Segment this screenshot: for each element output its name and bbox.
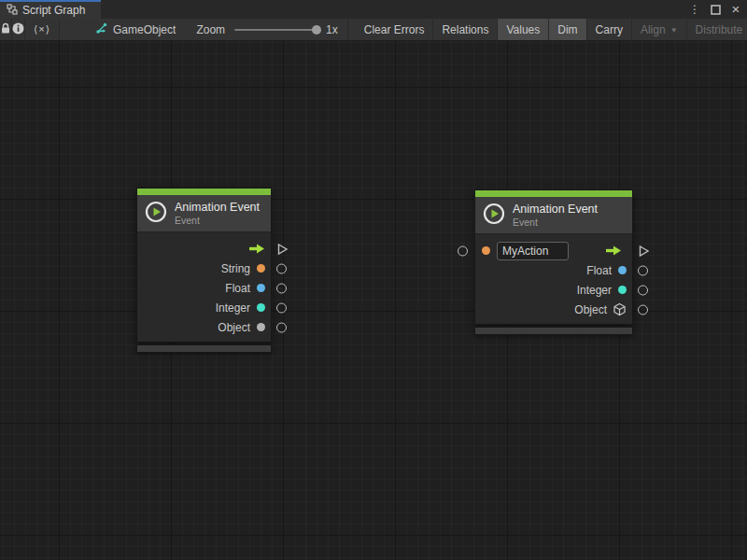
port-label: String — [221, 262, 250, 275]
string-type-dot — [257, 264, 265, 273]
zoom-control: Zoom 1x — [196, 19, 346, 40]
node-animation-event-1[interactable]: Animation Event Event — [136, 188, 272, 353]
port-label: Float — [586, 264, 612, 277]
node-color-bar — [475, 190, 632, 197]
flow-output-port[interactable] — [638, 245, 650, 257]
name-input-port[interactable] — [458, 245, 468, 256]
toolbar-separator — [59, 19, 60, 40]
port-label: Integer — [577, 284, 612, 297]
toolbar-separator — [347, 19, 348, 40]
info-button[interactable] — [12, 19, 24, 40]
title-bar: Script Graph ⋮ × — [0, 0, 747, 19]
float-output-port[interactable] — [638, 265, 648, 275]
zoom-slider-track — [234, 29, 320, 31]
distribute-dropdown[interactable]: Distribute ▼ — [687, 19, 747, 40]
close-icon[interactable]: × — [728, 2, 743, 17]
integer-output-port[interactable] — [276, 302, 287, 313]
clear-errors-button[interactable]: Clear Errors — [356, 19, 433, 40]
tab-script-graph[interactable]: Script Graph — [0, 0, 101, 19]
window-menu-icon[interactable]: ⋮ — [687, 2, 702, 17]
lock-button[interactable] — [0, 19, 11, 40]
output-row-float: Float — [475, 260, 632, 280]
name-input-flow-row — [475, 241, 632, 260]
output-row-integer: Integer — [137, 298, 271, 317]
node-footer — [474, 327, 633, 335]
object-cube-icon — [613, 302, 627, 316]
node-color-bar — [137, 189, 271, 195]
float-type-dot — [618, 266, 627, 274]
output-row-float: Float — [137, 278, 271, 298]
output-row-integer: Integer — [475, 280, 632, 300]
output-row-object: Object — [475, 300, 632, 319]
node-header[interactable]: Animation Event Event — [475, 197, 632, 234]
node-subtitle: Event — [175, 215, 260, 226]
node-footer — [136, 344, 272, 353]
node-title: Animation Event — [175, 201, 260, 215]
values-toggle[interactable]: Values — [498, 19, 548, 40]
port-label: Integer — [216, 301, 250, 315]
zoom-value: 1x — [326, 23, 338, 36]
action-name-field[interactable] — [497, 242, 569, 260]
string-output-port[interactable] — [276, 263, 287, 273]
chevron-down-icon: ▼ — [670, 26, 678, 35]
dim-toggle[interactable]: Dim — [549, 19, 585, 40]
flow-output-port[interactable] — [276, 243, 289, 255]
flow-arrow-icon — [605, 245, 622, 256]
port-label: Object — [218, 321, 250, 334]
output-row-string: String — [137, 259, 271, 278]
play-event-icon — [145, 201, 167, 226]
flow-output-row — [137, 239, 271, 259]
node-animation-event-2[interactable]: Animation Event Event — [474, 189, 633, 335]
graph-owner-button[interactable]: GameObject — [86, 19, 185, 40]
integer-type-dot — [257, 303, 265, 312]
align-dropdown[interactable]: Align ▼ — [632, 19, 686, 40]
align-label: Align — [641, 23, 666, 36]
play-event-icon — [483, 203, 505, 228]
node-header[interactable]: Animation Event Event — [137, 195, 271, 232]
code-icon: ⟨×⟩ — [34, 23, 50, 35]
object-type-dot — [257, 323, 265, 331]
integer-type-dot — [618, 286, 627, 294]
port-label: Object — [574, 303, 607, 316]
zoom-label: Zoom — [196, 23, 225, 36]
graph-canvas[interactable]: Animation Event Event — [0, 41, 747, 560]
maximize-icon[interactable] — [708, 2, 723, 17]
object-output-port[interactable] — [638, 304, 648, 315]
float-output-port[interactable] — [276, 283, 287, 293]
edit-code-button[interactable]: ⟨×⟩ — [25, 19, 59, 40]
graph-owner-label: GameObject — [113, 23, 176, 36]
gameobject-graph-icon — [95, 22, 107, 37]
output-row-object: Object — [137, 317, 271, 337]
node-title: Animation Event — [513, 203, 598, 217]
string-type-dot — [482, 246, 490, 255]
graph-tab-icon — [7, 4, 18, 18]
integer-output-port[interactable] — [638, 285, 648, 295]
flow-arrow-icon — [248, 244, 265, 254]
carry-toggle[interactable]: Carry — [587, 19, 631, 40]
zoom-slider[interactable] — [234, 25, 320, 35]
relations-button[interactable]: Relations — [433, 19, 497, 40]
lock-icon — [0, 22, 11, 37]
node-subtitle: Event — [513, 217, 598, 228]
tab-title: Script Graph — [22, 4, 85, 17]
zoom-slider-handle[interactable] — [312, 25, 321, 35]
toolbar: ⟨×⟩ GameObject Zoom 1x Clear Errors Rela… — [0, 19, 747, 41]
info-icon — [12, 22, 24, 37]
distribute-label: Distribute — [696, 23, 743, 36]
port-label: Float — [225, 282, 250, 295]
float-type-dot — [257, 284, 265, 292]
object-output-port[interactable] — [276, 322, 287, 332]
